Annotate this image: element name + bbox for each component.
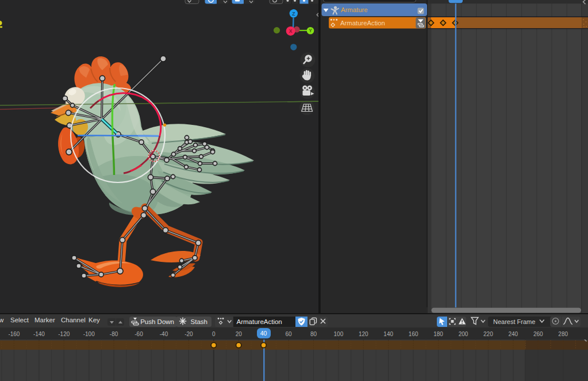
svg-text:Y: Y [309,28,312,33]
svg-text:X: X [289,28,293,34]
svg-text:Z: Z [292,11,295,17]
svg-text:ArmatureAction: ArmatureAction [340,20,385,26]
svg-text:Armature: Armature [341,6,367,13]
